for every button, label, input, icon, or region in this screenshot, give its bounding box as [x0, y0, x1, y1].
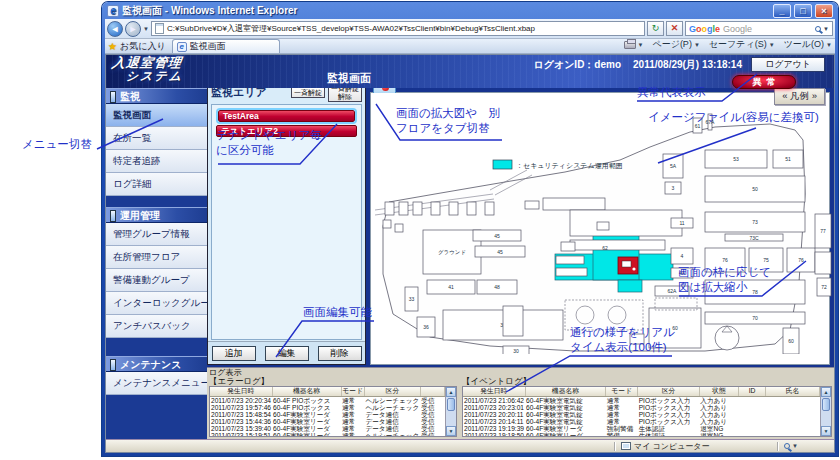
log-row: 2011/07/23 20:23:0160-4F実験室電気錠通常PIOボックス入…: [463, 404, 820, 411]
map-building: [399, 202, 408, 215]
maximize-button[interactable]: □: [794, 4, 812, 18]
sidebar-item[interactable]: 管理グループ情報: [106, 223, 207, 246]
edit-button[interactable]: 編集: [265, 346, 309, 361]
sidebar-section-title: メンテナンス: [106, 356, 207, 372]
stop-button[interactable]: ✕: [666, 21, 683, 36]
scroll-down-icon: ▼: [821, 426, 831, 436]
page-body: 監視監視画面在所一覧特定者追跡ログ詳細運用管理管理グループ情報在所管理フロア警備…: [106, 88, 834, 439]
add-button[interactable]: 追加: [212, 346, 256, 361]
map-building: [556, 256, 584, 264]
delete-button[interactable]: 削除: [318, 346, 362, 361]
event-log-title: 【イベントログ】: [462, 377, 832, 386]
zoom-control[interactable]: ▼: [784, 443, 830, 449]
search-engine-label: Google: [723, 24, 752, 34]
map-building: [561, 242, 575, 251]
tab-favicon: e: [177, 42, 187, 52]
map-building: [503, 306, 523, 336]
search-go-button[interactable]: ▼: [815, 26, 829, 32]
log-column-header: 発生日時: [463, 387, 525, 396]
sidebar-item[interactable]: アンチパスバック: [106, 315, 207, 338]
legend-swatch: [493, 160, 512, 169]
app-header: 入退室管理 システム ログオンID：demo 2011/08/29(月) 13:…: [106, 55, 834, 88]
datetime: 2011/08/29(月) 13:18:14: [633, 58, 742, 72]
monitor-area-bar[interactable]: TestArea: [218, 110, 355, 122]
back-button[interactable]: ◄: [107, 21, 123, 37]
log-row: 2011/07/23 19:57:4660-4F PIOボックス通常ヘルシーチェ…: [210, 404, 445, 411]
scroll-thumb: [447, 398, 455, 411]
refresh-button[interactable]: ↻: [647, 21, 664, 36]
map-building: [543, 198, 605, 210]
log-row: 2011/07/23 21:06:4260-4F実験室電気錠通常PIOボックス入…: [463, 396, 820, 404]
map-building-label: 60: [788, 338, 794, 344]
browser-window: e 監視画面 - Windows Internet Explorer _ □ ×…: [102, 2, 838, 456]
log-row: 2011/07/23 20:14:1160-4F実験室電気錠通常PIOボックス入…: [463, 418, 820, 425]
logon-info: ログオンID：demo 2011/08/29(月) 13:18:14: [533, 58, 742, 72]
log-column-header: モード: [606, 387, 638, 396]
forward-button[interactable]: ►: [125, 21, 141, 37]
log-column-header: モード: [341, 387, 364, 396]
logout-button[interactable]: ログアウト: [751, 57, 825, 72]
search-input[interactable]: Google Google ▼: [685, 21, 833, 36]
print-menu[interactable]: ▼: [624, 41, 644, 49]
map-building-label: 73C: [749, 235, 759, 241]
log-column-header: 区分: [638, 387, 700, 396]
map-building-label: 61: [695, 123, 701, 129]
tab-title: 監視画面: [190, 40, 226, 53]
legend-label: ：セキュリティシステム運用範囲: [516, 162, 623, 170]
address-bar[interactable]: C:¥SubDrive¥D¥入退室管理¥Source¥TSS_develop¥T…: [151, 21, 645, 36]
map-building: [449, 202, 458, 215]
tabs-bar: ★ お気に入り e 監視画面 ▼ ページ(P)▼ セーフティ(S)▼ ツール(O…: [105, 39, 835, 54]
panel-footer: 追加 編集 削除: [208, 341, 365, 364]
map-building-label: 70: [752, 315, 758, 321]
log-row: 2011/07/23 20:20:3460-4F PIOボックス通常ヘルシーチェ…: [210, 396, 445, 404]
monitor-area-bar[interactable]: テストエリア2: [216, 125, 357, 137]
browser-tab[interactable]: e 監視画面: [172, 39, 280, 53]
map-building: [383, 220, 391, 228]
map-building: [630, 334, 644, 344]
ie-logo-icon: e: [107, 5, 119, 17]
event-log-scrollbar[interactable]: ▲ ▼: [820, 387, 831, 436]
alarm-indicator-button[interactable]: 異常: [732, 75, 796, 89]
favorites-button[interactable]: ★ お気に入り: [108, 40, 166, 53]
sidebar-item[interactable]: メンテナンスメニュー: [106, 372, 207, 395]
log-row: 2011/07/23 15:39:4060-4F実験室リーダ通常データ通信受信: [210, 425, 445, 432]
scroll-up-icon: ▲: [446, 387, 456, 397]
map-building: [570, 210, 682, 236]
title-bar[interactable]: e 監視画面 - Windows Internet Explorer _ □ ×: [105, 2, 835, 19]
log-row: 2011/07/23 15:44:3660-4F実験室リーダ通常データ通信受信: [210, 418, 445, 425]
printer-icon: [624, 41, 636, 49]
tank: [715, 326, 739, 350]
legend-button[interactable]: « 凡例 »: [774, 88, 825, 105]
map-building-label: 3: [672, 185, 675, 191]
map-building-label: 62A: [668, 288, 678, 294]
history-dropdown-icon[interactable]: ▼: [143, 26, 149, 32]
safety-menu[interactable]: セーフティ(S)▼: [709, 38, 775, 51]
close-button[interactable]: ×: [815, 4, 833, 18]
page-title: 監視画面: [327, 71, 371, 86]
tools-menu[interactable]: ツール(O)▼: [784, 38, 832, 51]
map-building: [467, 202, 476, 215]
command-bar: ▼ ページ(P)▼ セーフティ(S)▼ ツール(O)▼: [624, 38, 833, 53]
log-column-header: 区分: [364, 387, 420, 396]
unlock-all-button[interactable]: 一斉解錠: [291, 87, 325, 98]
minimize-button[interactable]: _: [773, 4, 791, 18]
app-logo: 入退室管理 システム: [109, 56, 186, 83]
map-building-label: 62: [602, 245, 608, 251]
sidebar-item[interactable]: ログ詳細: [106, 173, 207, 196]
sidebar-item[interactable]: 在所管理フロア: [106, 246, 207, 269]
map-legend: ：セキュリティシステム運用範囲: [493, 160, 623, 170]
map-building-label: 4A: [679, 270, 686, 276]
sidebar-item[interactable]: 特定者追跡: [106, 150, 207, 173]
sidebar-item[interactable]: 監視画面: [106, 104, 207, 127]
sidebar-item[interactable]: 在所一覧: [106, 127, 207, 150]
map-building-label: 72: [821, 284, 827, 290]
error-log-scrollbar[interactable]: ▲ ▼: [445, 387, 456, 436]
sidebar-item[interactable]: 警備連動グループ: [106, 269, 207, 292]
map-building-label: 4: [681, 253, 684, 259]
search-dropdown-icon[interactable]: ▼: [823, 26, 829, 32]
log-column-header: [420, 387, 444, 396]
page-menu[interactable]: ページ(P)▼: [652, 38, 699, 51]
page-icon: [155, 23, 164, 34]
sidebar-item[interactable]: インターロックグループ: [106, 292, 207, 315]
address-url: C:¥SubDrive¥D¥入退室管理¥Source¥TSS_develop¥T…: [167, 23, 535, 34]
